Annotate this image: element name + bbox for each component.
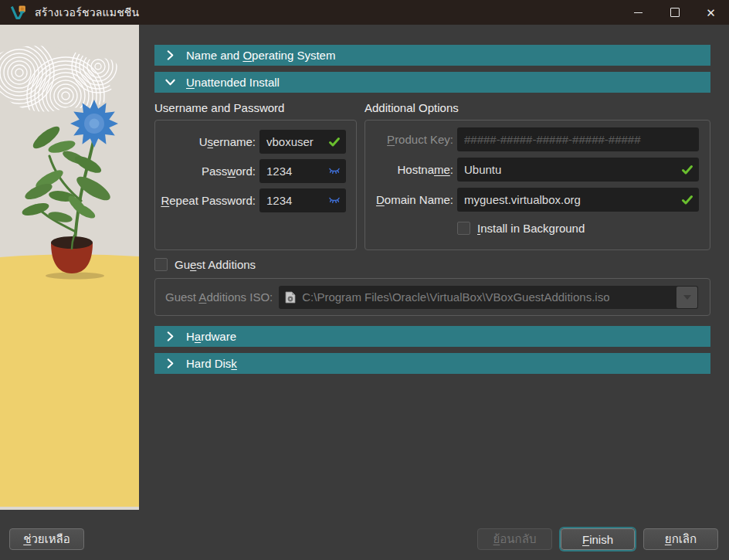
section-unattended-install[interactable]: Unattended Install bbox=[154, 72, 710, 93]
maximize-icon bbox=[670, 8, 680, 17]
sidebar-illustration bbox=[0, 25, 139, 510]
product-key-label: Product Key: bbox=[365, 133, 453, 146]
window-controls: ✕ bbox=[620, 0, 729, 25]
hostname-field bbox=[457, 158, 699, 182]
titlebar: สร้างเวอร์ชวลแมชชีน ✕ bbox=[0, 0, 729, 25]
iso-dropdown-button[interactable] bbox=[676, 287, 697, 308]
domain-name-label: Domain Name: bbox=[365, 193, 453, 206]
unattended-groups-row: Username: Password: Repeat P bbox=[154, 120, 710, 250]
domain-name-input[interactable] bbox=[457, 193, 699, 206]
main-content: Name and Operating System Unattended Ins… bbox=[139, 25, 729, 510]
chevron-right-icon bbox=[164, 331, 176, 342]
product-key-input[interactable] bbox=[457, 133, 699, 146]
domain-valid-check-icon bbox=[681, 194, 693, 206]
username-field bbox=[259, 130, 346, 154]
triangle-down-icon bbox=[683, 295, 691, 300]
maximize-button[interactable] bbox=[656, 0, 693, 25]
install-in-background-checkbox[interactable] bbox=[457, 222, 470, 235]
hostname-label: Hostname: bbox=[365, 163, 453, 176]
section-unattended-label: Unattended Install bbox=[186, 76, 280, 89]
help-button[interactable]: ช่วยเหลือ bbox=[9, 528, 84, 550]
chevron-right-icon bbox=[164, 358, 176, 369]
domain-name-field bbox=[457, 188, 699, 212]
additional-options-group: Product Key: Hostname: Domain Name: bbox=[364, 120, 710, 250]
repeat-password-eye-closed-icon[interactable] bbox=[328, 196, 341, 205]
section-hardware-label: Hardware bbox=[186, 330, 236, 343]
flower-pot-artwork-icon bbox=[0, 25, 139, 510]
section-name-os-label: Name and Operating System bbox=[186, 49, 335, 62]
install-in-background-row: Install in Background bbox=[457, 222, 585, 235]
repeat-password-field bbox=[259, 188, 346, 212]
guest-additions-iso-combobox[interactable]: C:\Program Files\Oracle\VirtualBox\VBoxG… bbox=[279, 286, 698, 309]
section-name-os[interactable]: Name and Operating System bbox=[154, 45, 710, 66]
window-title: สร้างเวอร์ชวลแมชชีน bbox=[35, 4, 139, 21]
section-hard-disk[interactable]: Hard Disk bbox=[154, 353, 710, 374]
guest-additions-checkbox[interactable] bbox=[154, 258, 168, 271]
section-hardware[interactable]: Hardware bbox=[154, 326, 710, 347]
guest-additions-iso-group: Guest Additions ISO: C:\Program Files\Or… bbox=[154, 278, 710, 316]
cancel-button[interactable]: ยกเลิก bbox=[643, 528, 718, 550]
group-titles-row: Username and Password Additional Options bbox=[154, 101, 710, 115]
optical-disc-file-icon bbox=[285, 291, 296, 304]
hostname-input[interactable] bbox=[457, 163, 699, 176]
username-label: Username: bbox=[155, 135, 256, 148]
create-vm-dialog: สร้างเวอร์ชวลแมชชีน ✕ bbox=[0, 0, 729, 560]
close-button[interactable]: ✕ bbox=[693, 0, 729, 25]
close-icon: ✕ bbox=[706, 7, 716, 19]
guest-additions-label: Guest Additions bbox=[175, 258, 256, 271]
guest-additions-row: Guest Additions bbox=[154, 258, 710, 271]
virtualbox-logo-icon bbox=[10, 4, 27, 21]
additional-options-group-title: Additional Options bbox=[364, 101, 459, 114]
footer-bar: ช่วยเหลือ ย้อนกลับ Finish ยกเลิก bbox=[0, 510, 729, 560]
chevron-right-icon bbox=[164, 49, 176, 61]
install-in-background-label: Install in Background bbox=[477, 222, 585, 235]
minimize-button[interactable] bbox=[620, 0, 656, 25]
minimize-icon bbox=[634, 12, 643, 13]
hostname-valid-check-icon bbox=[681, 164, 693, 176]
finish-button[interactable]: Finish bbox=[561, 528, 635, 550]
password-label: Password: bbox=[155, 165, 256, 178]
repeat-password-label: Repeat Password: bbox=[155, 194, 256, 207]
password-eye-closed-icon[interactable] bbox=[328, 167, 341, 175]
username-password-group: Username: Password: Repeat P bbox=[154, 120, 357, 250]
back-button[interactable]: ย้อนกลับ bbox=[477, 528, 552, 550]
guest-additions-iso-label: Guest Additions ISO: bbox=[165, 290, 273, 304]
password-field bbox=[259, 159, 346, 183]
username-password-group-title: Username and Password bbox=[154, 101, 284, 114]
guest-additions-iso-path: C:\Program Files\Oracle\VirtualBox\VBoxG… bbox=[302, 290, 609, 304]
chevron-down-icon bbox=[164, 76, 176, 88]
section-hard-disk-label: Hard Disk bbox=[186, 357, 237, 370]
username-valid-check-icon bbox=[328, 136, 341, 148]
product-key-field bbox=[457, 127, 699, 151]
